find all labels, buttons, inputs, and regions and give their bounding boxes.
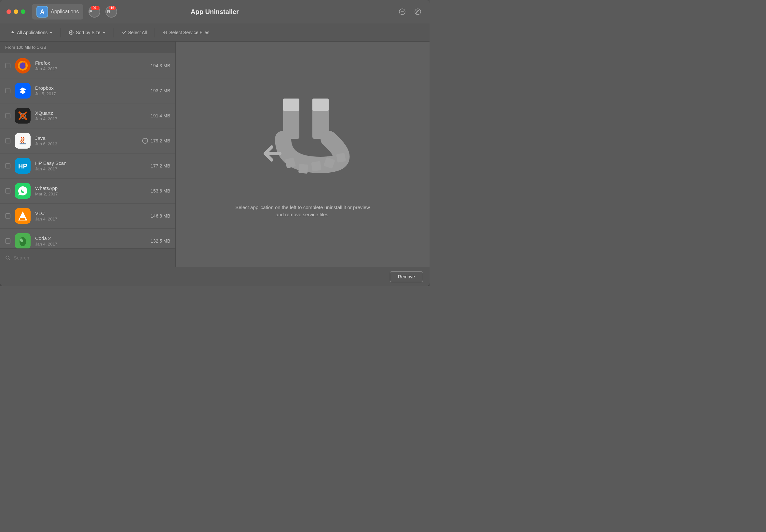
app-date: Jan 4, 2017 <box>35 217 146 221</box>
svg-rect-32 <box>283 99 299 111</box>
svg-rect-24 <box>20 218 25 220</box>
app-checkbox[interactable] <box>5 113 10 118</box>
app-checkbox[interactable] <box>5 88 10 93</box>
app-icon: HP <box>15 158 31 174</box>
app-name: WhatsApp <box>35 185 146 191</box>
svg-rect-33 <box>312 99 329 111</box>
traffic-lights <box>7 9 25 14</box>
svg-point-3 <box>403 11 404 12</box>
magnet-svg <box>250 90 355 194</box>
app-checkbox[interactable] <box>5 63 10 68</box>
other-tabs: E 99+ R 16 <box>88 6 117 18</box>
list-item[interactable]: HP HP Easy Scan Jan 4, 2017 177.2 MB <box>0 153 175 179</box>
remove-button[interactable]: Remove <box>390 271 423 282</box>
section-header: From 100 MB to 1 GB <box>0 42 175 53</box>
list-item[interactable]: XQuartz Jan 4, 2017 191.4 MB <box>0 103 175 128</box>
app-size: ↑ 179.2 MB <box>142 138 170 144</box>
sort-by-size-button[interactable]: Sort by Size <box>63 27 111 38</box>
app-size: 177.2 MB <box>151 163 170 168</box>
app-icon <box>15 183 31 199</box>
app-info: WhatsApp Mar 2, 2017 <box>35 185 146 196</box>
right-panel-placeholder: Select application on the left to comple… <box>234 204 371 219</box>
app-info: Coda 2 Jan 4, 2017 <box>35 235 146 246</box>
chat-icon <box>399 8 406 15</box>
app-size: 194.3 MB <box>151 63 170 68</box>
chevron-down-icon <box>49 31 53 34</box>
app-checkbox[interactable] <box>5 138 10 143</box>
search-icon <box>5 255 10 260</box>
list-item[interactable]: Java Jun 6, 2013 ↑ 179.2 MB <box>0 128 175 153</box>
bottom-bar: Remove <box>0 267 430 286</box>
app-icon <box>15 83 31 99</box>
select-service-files-label: Select Service Files <box>169 30 209 35</box>
svg-text:HP: HP <box>18 163 27 170</box>
svg-point-2 <box>402 11 403 12</box>
app-name: HP Easy Scan <box>35 160 146 166</box>
tab-r-badge: 16 <box>109 6 116 10</box>
svg-rect-38 <box>336 153 346 162</box>
chat-icon-button[interactable] <box>397 7 408 17</box>
all-applications-button[interactable]: All Applications <box>5 27 58 38</box>
sort-chevron-icon <box>102 31 106 34</box>
app-name: VLC <box>35 210 146 216</box>
all-applications-label: All Applications <box>17 30 47 35</box>
search-bar <box>0 248 175 267</box>
app-date: Jan 4, 2017 <box>35 166 146 171</box>
app-checkbox[interactable] <box>5 188 10 193</box>
close-button[interactable] <box>7 9 11 14</box>
app-checkbox[interactable] <box>5 238 10 244</box>
app-size: 191.4 MB <box>151 113 170 118</box>
maximize-button[interactable] <box>21 9 25 14</box>
svg-point-4 <box>415 9 421 15</box>
app-name: XQuartz <box>35 110 146 116</box>
select-service-files-button[interactable]: Select Service Files <box>157 27 214 38</box>
svg-point-1 <box>401 11 402 12</box>
app-name: Dropbox <box>35 85 146 91</box>
magnet-illustration <box>250 90 355 194</box>
tab-e[interactable]: E 99+ <box>88 6 100 18</box>
app-icon <box>15 108 31 124</box>
app-date: Jan 4, 2017 <box>35 66 146 71</box>
checkmark-icon <box>122 30 126 35</box>
app-size: 153.6 MB <box>151 188 170 193</box>
right-panel: Select application on the left to comple… <box>176 42 430 267</box>
share-icon[interactable]: ↑ <box>142 138 148 144</box>
tab-r[interactable]: R 16 <box>105 6 117 18</box>
app-checkbox[interactable] <box>5 163 10 168</box>
select-all-button[interactable]: Select All <box>116 27 152 38</box>
app-size: 132.5 MB <box>151 238 170 244</box>
app-name: Firefox <box>35 60 146 66</box>
svg-rect-18 <box>20 143 26 144</box>
window-title: App Uninstaller <box>191 8 239 16</box>
app-checkbox[interactable] <box>5 213 10 219</box>
app-info: VLC Jan 4, 2017 <box>35 210 146 221</box>
toolbar-divider-2 <box>114 28 114 37</box>
minimize-button[interactable] <box>14 9 18 14</box>
toolbar-divider-1 <box>60 28 61 37</box>
list-item[interactable]: Coda 2 Jan 4, 2017 132.5 MB <box>0 229 175 248</box>
app-name: Coda 2 <box>35 235 146 241</box>
list-item[interactable]: Firefox Jan 4, 2017 194.3 MB <box>0 53 175 78</box>
app-tab-title: Applications <box>51 9 79 15</box>
rss-icon-button[interactable] <box>413 7 423 17</box>
svg-line-29 <box>9 259 10 260</box>
app-icon <box>15 133 31 149</box>
app-size: 146.8 MB <box>151 213 170 219</box>
sort-by-size-label: Sort by Size <box>76 30 100 35</box>
app-icon <box>15 58 31 73</box>
toolbar-divider-3 <box>154 28 155 37</box>
app-info: Dropbox Jul 5, 2017 <box>35 85 146 96</box>
titlebar-right-icons <box>397 7 423 17</box>
applications-tab[interactable]: A Applications <box>32 4 83 20</box>
svg-rect-35 <box>298 164 308 173</box>
list-item[interactable]: Dropbox Jul 5, 2017 193.7 MB <box>0 78 175 103</box>
search-input[interactable] <box>14 255 170 260</box>
list-item[interactable]: VLC Jan 4, 2017 146.8 MB <box>0 204 175 229</box>
app-date: Jun 6, 2013 <box>35 141 138 146</box>
app-info: Firefox Jan 4, 2017 <box>35 60 146 71</box>
svg-point-28 <box>6 256 9 259</box>
app-date: Jan 4, 2017 <box>35 242 146 246</box>
list-item[interactable]: WhatsApp Mar 2, 2017 153.6 MB <box>0 179 175 204</box>
select-all-label: Select All <box>128 30 147 35</box>
app-window: A Applications E 99+ R 16 App Uninstalle… <box>0 0 430 286</box>
